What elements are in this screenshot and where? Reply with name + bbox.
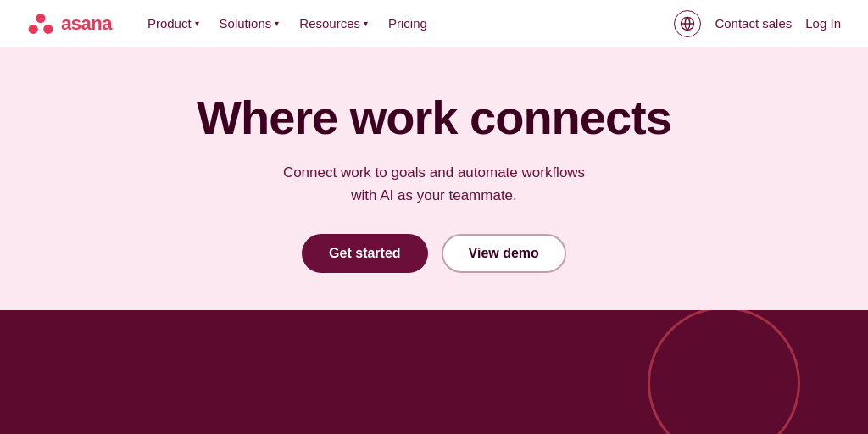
dark-section bbox=[0, 310, 868, 434]
contact-sales-link[interactable]: Contact sales bbox=[715, 16, 792, 31]
svg-point-0 bbox=[36, 14, 45, 23]
chevron-down-icon: ▾ bbox=[364, 19, 368, 28]
globe-icon bbox=[680, 16, 695, 31]
circle-decoration bbox=[648, 310, 800, 434]
hero-buttons: Get started View demo bbox=[302, 234, 566, 273]
nav-right: Contact sales Log In bbox=[674, 10, 841, 37]
hero-section: Where work connects Connect work to goal… bbox=[0, 47, 868, 310]
asana-logo-icon bbox=[27, 10, 54, 37]
nav-pricing[interactable]: Pricing bbox=[380, 11, 436, 36]
nav-solutions[interactable]: Solutions ▾ bbox=[211, 11, 288, 36]
chevron-down-icon: ▾ bbox=[275, 19, 279, 28]
get-started-button[interactable]: Get started bbox=[302, 234, 427, 273]
login-button[interactable]: Log In bbox=[805, 16, 841, 31]
navbar: asana Product ▾ Solutions ▾ Resources ▾ … bbox=[0, 0, 868, 47]
nav-resources[interactable]: Resources ▾ bbox=[291, 11, 376, 36]
nav-links: Product ▾ Solutions ▾ Resources ▾ Pricin… bbox=[139, 11, 675, 36]
nav-product[interactable]: Product ▾ bbox=[139, 11, 208, 36]
chevron-down-icon: ▾ bbox=[195, 19, 199, 28]
view-demo-button[interactable]: View demo bbox=[442, 234, 566, 273]
svg-point-2 bbox=[43, 24, 53, 33]
hero-title: Where work connects bbox=[197, 92, 671, 144]
logo[interactable]: asana bbox=[27, 10, 112, 37]
hero-subtitle: Connect work to goals and automate workf… bbox=[273, 161, 595, 207]
svg-point-1 bbox=[29, 24, 38, 33]
language-selector-button[interactable] bbox=[674, 10, 701, 37]
logo-text: asana bbox=[61, 13, 112, 35]
